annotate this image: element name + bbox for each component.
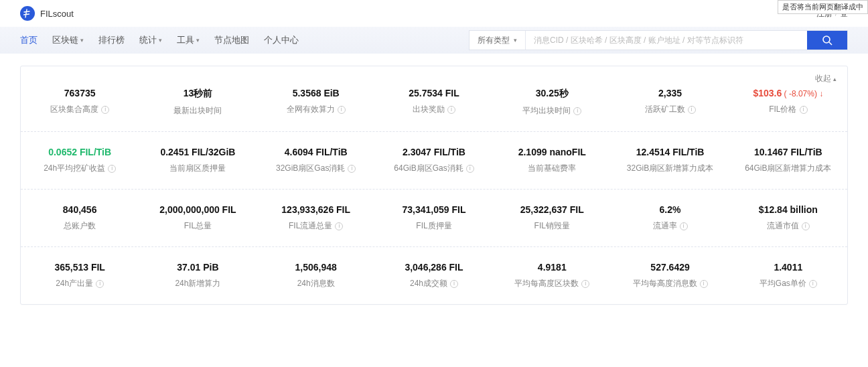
stat-cell: $12.84 billion流通市值i xyxy=(729,204,847,232)
stat-value: 73,341,059 FIL xyxy=(380,204,488,215)
stat-value: 763735 xyxy=(26,88,133,98)
info-icon[interactable]: i xyxy=(108,165,116,173)
stat-cell: 2,000,000,000 FILFIL总量 xyxy=(139,204,257,232)
nav-home[interactable]: 首页 xyxy=(20,34,38,46)
nav-stats[interactable]: 统计 ▾ xyxy=(139,34,162,46)
stat-label: 64GiB扇区新增算力成本 xyxy=(745,163,831,174)
nav-tools[interactable]: 工具 ▾ xyxy=(177,34,200,46)
nav-personal[interactable]: 个人中心 xyxy=(264,34,299,46)
stat-label: FIL销毁量 xyxy=(534,220,570,232)
stat-value: 3,046,286 FIL xyxy=(380,262,488,273)
info-icon[interactable]: i xyxy=(573,107,581,115)
stat-label: 32GiB扇区Gas消耗i xyxy=(276,163,356,174)
stat-cell: 13秒前最新出块时间 xyxy=(139,88,257,117)
stat-cell: 25,322,637 FILFIL销毁量 xyxy=(493,204,611,232)
stat-value: 4.6094 FIL/TiB xyxy=(263,147,370,157)
stats-row: 763735区块集合高度i13秒前最新出块时间5.3568 EiB全网有效算力i… xyxy=(21,73,847,132)
stat-cell: 840,456总账户数 xyxy=(21,204,139,232)
stat-cell: 4.9181平均每高度区块数i xyxy=(493,262,611,289)
stats-row: 840,456总账户数2,000,000,000 FILFIL总量123,933… xyxy=(21,190,847,247)
nav-node-map[interactable]: 节点地图 xyxy=(214,34,249,46)
collapse-label: 收起 xyxy=(815,73,831,84)
info-icon[interactable]: i xyxy=(809,280,817,288)
stat-cell: 527.6429平均每高度消息数i xyxy=(611,262,729,289)
stat-cell: 0.0652 FIL/TiB24h平均挖矿收益i xyxy=(21,147,139,174)
stat-cell: 1,506,94824h消息数 xyxy=(257,262,375,289)
stat-label: 最新出块时间 xyxy=(173,105,222,117)
stat-cell: 37.01 PiB24h新增算力 xyxy=(139,262,257,289)
search-button[interactable] xyxy=(807,31,847,50)
stat-value: 527.6429 xyxy=(616,262,723,273)
stat-label: 流通率i xyxy=(653,220,688,232)
info-icon[interactable]: i xyxy=(338,106,346,114)
stat-value: 10.1467 FIL/TiB xyxy=(735,147,842,157)
info-icon[interactable]: i xyxy=(101,106,109,114)
stat-cell: 2.1099 nanoFIL当前基础费率 xyxy=(493,147,611,174)
stat-label: 24h产出量i xyxy=(56,278,104,289)
stat-label: 32GiB扇区新增算力成本 xyxy=(627,163,713,174)
info-icon[interactable]: i xyxy=(688,106,696,114)
stat-label: 区块集合高度i xyxy=(50,104,109,115)
stat-label: 平均Gas单价i xyxy=(760,278,817,289)
stat-label: 活跃矿工数i xyxy=(645,104,696,115)
stat-label: 24h新增算力 xyxy=(175,278,220,289)
chevron-down-icon: ▾ xyxy=(159,37,162,44)
chevron-down-icon: ▾ xyxy=(514,37,517,44)
logo-icon xyxy=(20,6,35,21)
search-type-label: 所有类型 xyxy=(478,35,510,46)
info-icon[interactable]: i xyxy=(680,222,688,230)
stat-cell: 2,335活跃矿工数i xyxy=(611,88,729,117)
nav-blockchain[interactable]: 区块链 ▾ xyxy=(52,34,84,46)
stat-value: 2.1099 nanoFIL xyxy=(498,147,605,157)
stat-label: 当前基础费率 xyxy=(528,163,576,174)
info-icon[interactable]: i xyxy=(447,106,455,114)
info-icon[interactable]: i xyxy=(466,165,474,173)
collapse-button[interactable]: 收起 ▴ xyxy=(815,73,837,84)
stat-label: 24h成交额i xyxy=(410,278,458,289)
search-icon xyxy=(822,35,833,46)
info-icon[interactable]: i xyxy=(335,222,343,230)
info-icon[interactable]: i xyxy=(96,280,104,288)
stat-value: 30.25秒 xyxy=(498,88,605,100)
search-input[interactable] xyxy=(526,31,807,50)
stat-value: 4.9181 xyxy=(498,262,605,273)
stat-cell: 25.7534 FIL出块奖励i xyxy=(375,88,493,117)
stat-cell: 6.2%流通率i xyxy=(611,204,729,232)
stat-value: 0.0652 FIL/TiB xyxy=(26,147,133,157)
stat-label: 平均出块时间i xyxy=(522,105,581,117)
stat-cell: 123,933,626 FILFIL流通总量i xyxy=(257,204,375,232)
nav-blockchain-label: 区块链 xyxy=(52,34,78,46)
info-icon[interactable]: i xyxy=(450,280,458,288)
stat-value: $12.84 billion xyxy=(735,204,842,215)
stat-value: 2.3047 FIL/TiB xyxy=(380,147,488,157)
info-icon[interactable]: i xyxy=(800,106,808,114)
stat-value: 6.2% xyxy=(616,204,723,215)
info-icon[interactable]: i xyxy=(581,280,589,288)
stat-label: 平均每高度区块数i xyxy=(514,278,589,289)
info-icon[interactable]: i xyxy=(348,165,356,173)
info-icon[interactable]: i xyxy=(700,280,708,288)
brand[interactable]: FILscout xyxy=(20,6,74,21)
search-type-select[interactable]: 所有类型 ▾ xyxy=(469,31,526,50)
stat-cell: 763735区块集合高度i xyxy=(21,88,139,117)
brand-name: FILscout xyxy=(40,9,74,19)
stat-label: FIL价格i xyxy=(769,104,807,115)
info-icon[interactable]: i xyxy=(802,222,810,230)
stat-label: FIL总量 xyxy=(184,220,212,232)
svg-line-1 xyxy=(829,42,832,45)
stat-cell: 4.6094 FIL/TiB32GiB扇区Gas消耗i xyxy=(257,147,375,174)
stat-label: 全网有效算力i xyxy=(287,104,346,115)
translate-prompt[interactable]: 是否将当前网页翻译成中 xyxy=(778,0,868,14)
stat-pct: ( -8.07%) ↓ xyxy=(782,89,823,98)
stat-cell: $103.6 ( -8.07%) ↓FIL价格i xyxy=(729,88,847,117)
stat-value: 840,456 xyxy=(26,204,133,215)
stat-value: 2,335 xyxy=(616,88,723,98)
stat-value: 1.4011 xyxy=(735,262,842,273)
stat-cell: 1.4011平均Gas单价i xyxy=(729,262,847,289)
stat-value: 0.2451 FIL/32GiB xyxy=(144,147,251,157)
stat-value: 25,322,637 FIL xyxy=(498,204,605,215)
stat-cell: 73,341,059 FILFIL质押量 xyxy=(375,204,493,232)
stat-label: FIL质押量 xyxy=(416,220,451,232)
stat-value: 123,933,626 FIL xyxy=(263,204,370,215)
nav-leaderboard[interactable]: 排行榜 xyxy=(98,34,125,46)
